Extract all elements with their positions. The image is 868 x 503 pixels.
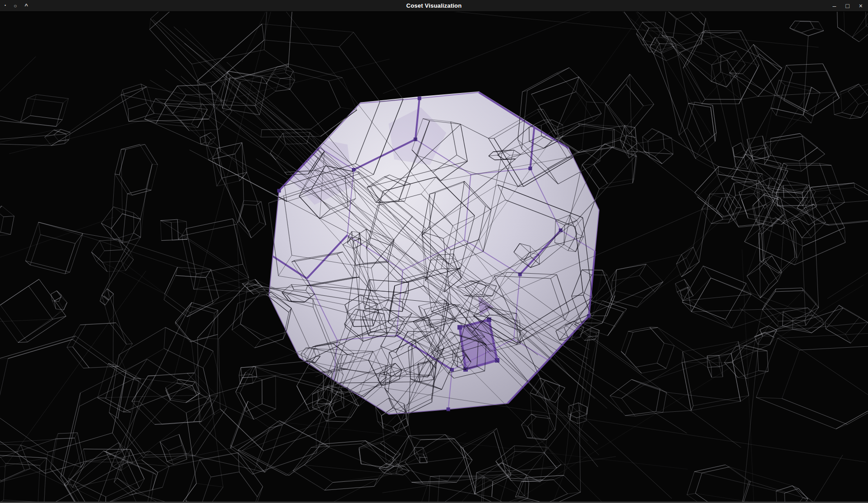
coset-canvas[interactable] (0, 12, 868, 502)
record-icon[interactable]: ○ (14, 3, 17, 9)
menu-dot-icon: • (5, 4, 6, 8)
titlebar-left-icons: • ○ ^ (5, 0, 28, 11)
close-button[interactable]: × (859, 3, 863, 9)
minimize-button[interactable]: – (833, 3, 836, 9)
window-title: Coset Visualization (406, 2, 462, 9)
caret-up-icon[interactable]: ^ (24, 3, 28, 9)
maximize-button[interactable]: □ (845, 3, 849, 9)
titlebar[interactable]: • ○ ^ Coset Visualization – □ × (0, 0, 868, 12)
window-controls: – □ × (833, 0, 863, 11)
viewport (0, 12, 868, 502)
